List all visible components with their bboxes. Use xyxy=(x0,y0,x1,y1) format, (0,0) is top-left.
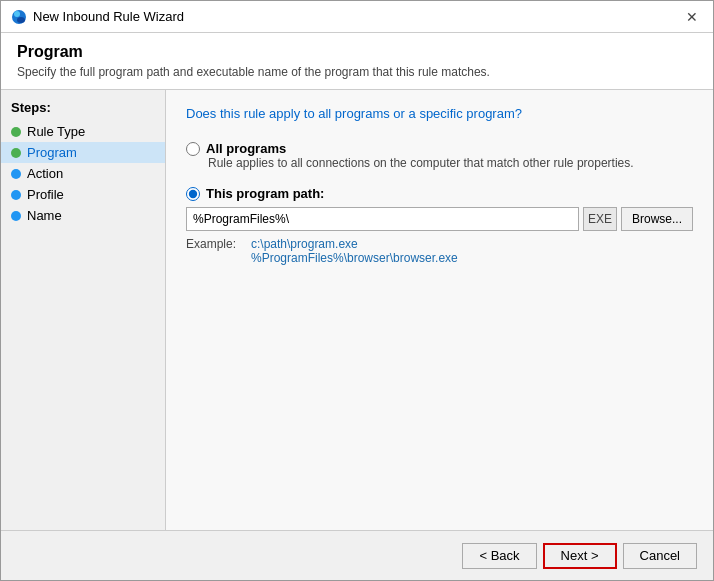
sidebar-item-profile[interactable]: Profile xyxy=(1,184,165,205)
wizard-window: New Inbound Rule Wizard ✕ Program Specif… xyxy=(0,0,714,581)
dot-icon-action xyxy=(11,169,21,179)
all-programs-option: All programs Rule applies to all connect… xyxy=(186,141,693,170)
cancel-button[interactable]: Cancel xyxy=(623,543,697,569)
example-label: Example: xyxy=(186,237,241,265)
back-button[interactable]: < Back xyxy=(462,543,536,569)
dot-icon-rule-type xyxy=(11,127,21,137)
dot-icon-program xyxy=(11,148,21,158)
sidebar-item-rule-type[interactable]: Rule Type xyxy=(1,121,165,142)
this-program-radio[interactable] xyxy=(186,187,200,201)
dot-icon-profile xyxy=(11,190,21,200)
svg-point-1 xyxy=(14,11,20,17)
wizard-icon xyxy=(11,9,27,25)
sidebar-label-name: Name xyxy=(27,208,62,223)
title-bar: New Inbound Rule Wizard ✕ xyxy=(1,1,713,33)
sidebar-item-name[interactable]: Name xyxy=(1,205,165,226)
exe-label: EXE xyxy=(583,207,617,231)
radio-group: All programs Rule applies to all connect… xyxy=(186,141,693,265)
content-area: Steps: Rule Type Program Action Profile … xyxy=(1,90,713,530)
sidebar: Steps: Rule Type Program Action Profile … xyxy=(1,90,166,530)
example-row: Example: c:\path\program.exe %ProgramFil… xyxy=(186,237,693,265)
all-programs-label: All programs xyxy=(206,141,286,156)
example-path-2: %ProgramFiles%\browser\browser.exe xyxy=(251,251,458,265)
page-subtitle: Specify the full program path and execut… xyxy=(17,65,697,79)
example-path-1: c:\path\program.exe xyxy=(251,237,458,251)
sidebar-item-program[interactable]: Program xyxy=(1,142,165,163)
svg-point-2 xyxy=(17,17,25,23)
main-panel: Does this rule apply to all programs or … xyxy=(166,90,713,530)
window-title: New Inbound Rule Wizard xyxy=(33,9,184,24)
next-button[interactable]: Next > xyxy=(543,543,617,569)
dot-icon-name xyxy=(11,211,21,221)
sidebar-label-profile: Profile xyxy=(27,187,64,202)
footer: < Back Next > Cancel xyxy=(1,530,713,580)
program-path-input[interactable] xyxy=(186,207,579,231)
sidebar-label-rule-type: Rule Type xyxy=(27,124,85,139)
all-programs-row: All programs xyxy=(186,141,693,156)
path-input-row: EXE Browse... xyxy=(186,207,693,231)
this-program-option: This program path: EXE Browse... Example… xyxy=(186,186,693,265)
example-paths: c:\path\program.exe %ProgramFiles%\brows… xyxy=(251,237,458,265)
sidebar-label-program: Program xyxy=(27,145,77,160)
page-title: Program xyxy=(17,43,697,61)
browse-button[interactable]: Browse... xyxy=(621,207,693,231)
all-programs-description: Rule applies to all connections on the c… xyxy=(208,156,693,170)
this-program-row: This program path: xyxy=(186,186,693,201)
header: Program Specify the full program path an… xyxy=(1,33,713,90)
title-bar-left: New Inbound Rule Wizard xyxy=(11,9,184,25)
sidebar-item-action[interactable]: Action xyxy=(1,163,165,184)
question-text: Does this rule apply to all programs or … xyxy=(186,106,693,121)
close-button[interactable]: ✕ xyxy=(681,6,703,28)
sidebar-label-action: Action xyxy=(27,166,63,181)
this-program-label: This program path: xyxy=(206,186,324,201)
steps-label: Steps: xyxy=(1,100,165,121)
all-programs-radio[interactable] xyxy=(186,142,200,156)
